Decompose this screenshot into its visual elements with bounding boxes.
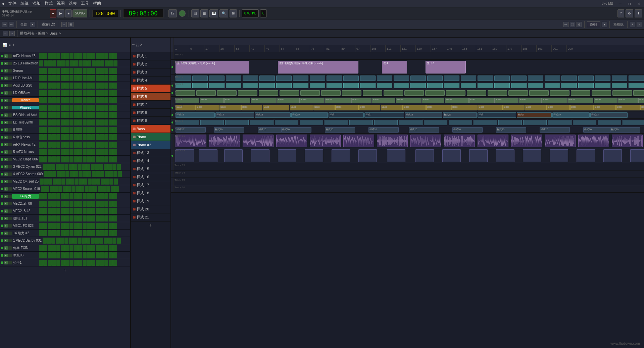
track-mute[interactable] — [8, 202, 12, 205]
midi-clip[interactable]: Bass — [219, 105, 241, 110]
midi-clip[interactable] — [259, 90, 278, 96]
midi-clip[interactable] — [300, 120, 323, 125]
track-expand[interactable]: ▸ — [4, 172, 8, 176]
track-mute[interactable] — [8, 239, 12, 242]
track-expand[interactable]: ▸ — [4, 113, 8, 117]
midi-clip[interactable] — [444, 76, 459, 81]
track-mute[interactable] — [8, 62, 12, 65]
audio-clip[interactable] — [442, 149, 461, 162]
midi-clip[interactable]: Piano — [519, 98, 542, 103]
midi-clip[interactable] — [394, 83, 409, 88]
zoom-out-btn[interactable]: - — [637, 22, 642, 27]
track-led[interactable] — [1, 180, 3, 183]
midi-clip[interactable]: Bass — [451, 105, 478, 110]
midi-clip[interactable]: Piano — [469, 98, 495, 103]
audio-clip[interactable] — [209, 135, 240, 147]
bass-menu-btn[interactable]: ▾ — [602, 22, 607, 27]
pattern-item[interactable]: ⊞ 样式 7 — [131, 101, 170, 109]
track-mute[interactable] — [8, 54, 12, 58]
midi-clip[interactable] — [595, 83, 610, 88]
midi-clip[interactable] — [327, 83, 342, 88]
midi-clip[interactable]: Bass — [359, 105, 380, 110]
midi-clip[interactable] — [399, 120, 423, 125]
midi-clip[interactable] — [209, 83, 225, 88]
pattern-item[interactable]: ⊞ 样式 21 — [131, 213, 170, 221]
track-mute[interactable] — [8, 106, 12, 109]
midi-clip[interactable] — [578, 76, 594, 81]
audio-clip[interactable] — [410, 135, 441, 147]
midi-clip[interactable] — [573, 120, 596, 125]
midi-clip[interactable] — [449, 120, 472, 125]
track-led[interactable] — [1, 195, 3, 198]
track-led[interactable] — [1, 55, 3, 57]
track-led[interactable] — [1, 99, 3, 102]
pattern-item[interactable]: ⊞ 样式 20 — [131, 205, 170, 213]
midi-clip[interactable]: Piano — [542, 98, 567, 103]
track-led[interactable] — [1, 77, 3, 80]
midi-clip[interactable] — [478, 76, 493, 81]
midi-clip[interactable] — [446, 90, 465, 96]
audio-clip[interactable] — [612, 135, 643, 147]
redo-btn[interactable]: ↪ — [9, 22, 14, 27]
track-expand[interactable]: ▸ — [4, 77, 8, 80]
select-tool[interactable]: ⬚ — [570, 22, 575, 27]
track-expand[interactable]: ▸ — [4, 99, 8, 102]
midi-clip[interactable] — [327, 76, 342, 81]
playlist-track-content[interactable]: Track 5 — [174, 89, 644, 96]
playlist-track-content[interactable]: Track 15 — [174, 178, 644, 185]
midi-clip[interactable] — [598, 120, 621, 125]
track-row[interactable]: ▸ 5 reFX Nexus — [0, 148, 130, 156]
audio-clip[interactable] — [276, 135, 307, 147]
midi-clip[interactable]: Bass — [290, 105, 313, 110]
track-expand[interactable]: ▸ — [4, 261, 8, 264]
track-mute[interactable] — [8, 136, 12, 139]
track-led[interactable] — [1, 202, 3, 205]
midi-clip[interactable]: 样式13 — [590, 112, 628, 118]
midi-clip[interactable] — [629, 76, 644, 81]
midi-clip[interactable] — [349, 120, 373, 125]
add-pattern-btn[interactable]: + — [131, 221, 170, 229]
track-expand[interactable]: ▸ — [4, 254, 8, 257]
midi-clip[interactable] — [259, 76, 275, 81]
pattern-item[interactable]: ⊞ 样式 16 — [131, 173, 170, 181]
midi-clip[interactable] — [461, 76, 476, 81]
menu-help[interactable]: 帮助 — [93, 1, 101, 6]
midi-clip[interactable]: 样式20 — [452, 127, 483, 133]
midi-clip[interactable]: Piano — [567, 98, 593, 103]
pattern-item[interactable]: ⊞ Piano #2 — [131, 141, 170, 149]
track-row[interactable]: ▸ VEC2..sh 08 — [0, 200, 130, 207]
midi-clip[interactable] — [561, 83, 577, 88]
midi-clip[interactable]: 样式7 — [478, 112, 516, 118]
track-led[interactable] — [1, 165, 3, 168]
midi-clip[interactable]: 样式13 — [255, 112, 291, 118]
track-row[interactable]: ▸ reFX Nexus #2 — [0, 141, 130, 148]
midi-clip[interactable] — [550, 90, 569, 96]
midi-clip[interactable] — [545, 83, 560, 88]
audio-clip[interactable] — [310, 135, 341, 147]
menu-edit[interactable]: 编辑 — [20, 1, 29, 6]
midi-clip[interactable] — [209, 76, 225, 81]
track-led[interactable] — [1, 114, 3, 116]
midi-clip[interactable] — [280, 90, 299, 96]
playlist-track-content[interactable]: Track 16 — [174, 185, 644, 192]
midi-clip[interactable]: 样式13 — [443, 112, 477, 118]
track-led[interactable] — [1, 151, 3, 153]
pattern-item[interactable]: ⊞ 样式 17 — [131, 181, 170, 189]
channel-rack-btn[interactable]: ⊞ — [230, 9, 237, 17]
track-mute[interactable] — [8, 165, 12, 168]
track-mute[interactable] — [8, 217, 12, 220]
track-mute[interactable] — [8, 232, 12, 235]
audio-clip[interactable] — [511, 135, 542, 147]
menu-options[interactable]: 选项 — [69, 1, 77, 6]
midi-clip[interactable] — [427, 76, 443, 81]
midi-clip[interactable] — [225, 120, 249, 125]
midi-clip[interactable] — [410, 76, 426, 81]
midi-clip[interactable] — [360, 76, 376, 81]
midi-clip[interactable]: 样式20 — [583, 127, 613, 133]
add-channel-btn[interactable]: + — [0, 266, 130, 274]
track-led[interactable] — [1, 69, 3, 72]
track-expand[interactable]: ▸ — [4, 239, 8, 242]
midi-clip[interactable] — [444, 83, 459, 88]
midi-clip[interactable] — [498, 120, 522, 125]
track-led[interactable] — [1, 121, 3, 124]
